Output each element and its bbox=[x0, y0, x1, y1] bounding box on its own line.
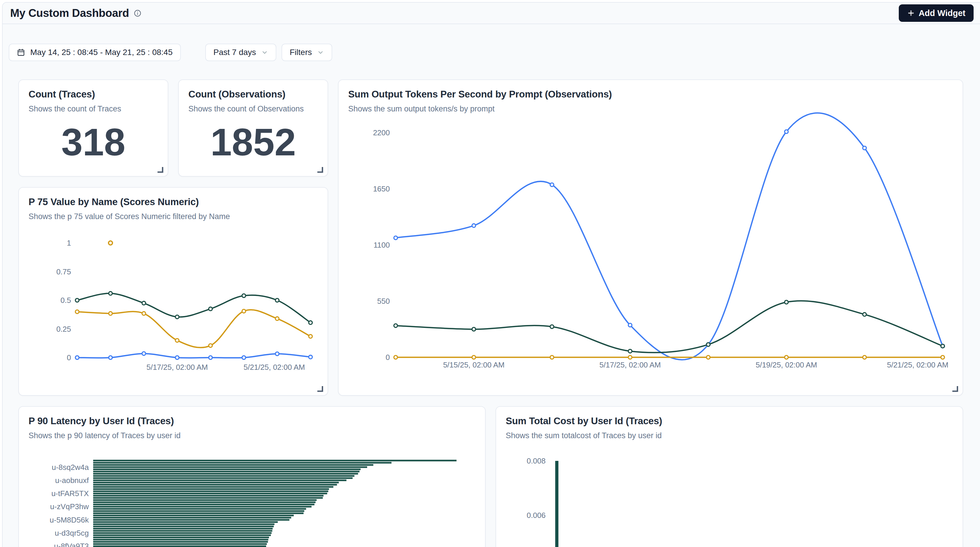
data-point-series-green[interactable] bbox=[175, 315, 179, 319]
data-point-series-blue[interactable] bbox=[863, 146, 866, 149]
data-point-series-amber[interactable] bbox=[75, 310, 79, 313]
bar[interactable] bbox=[93, 545, 266, 547]
bar[interactable] bbox=[93, 526, 274, 528]
bar[interactable] bbox=[93, 468, 361, 470]
bar[interactable] bbox=[93, 508, 306, 510]
data-point-series-blue[interactable] bbox=[275, 352, 279, 355]
time-preset-dropdown[interactable]: Past 7 days bbox=[205, 44, 276, 61]
bar[interactable] bbox=[93, 473, 358, 474]
data-point-series-amber[interactable] bbox=[472, 355, 476, 359]
bar[interactable] bbox=[93, 479, 347, 481]
data-point-series-green[interactable] bbox=[706, 343, 710, 346]
bar[interactable] bbox=[93, 499, 317, 501]
data-point-series-amber[interactable] bbox=[628, 355, 632, 359]
bar[interactable] bbox=[93, 536, 269, 538]
bar[interactable] bbox=[93, 512, 304, 514]
bar[interactable] bbox=[555, 461, 558, 547]
bar[interactable] bbox=[93, 471, 360, 472]
data-point-series-green[interactable] bbox=[394, 324, 398, 327]
data-point-series-amber[interactable] bbox=[209, 344, 212, 347]
bar[interactable] bbox=[93, 482, 339, 484]
bar[interactable] bbox=[93, 515, 294, 517]
bar[interactable] bbox=[93, 543, 267, 545]
bar[interactable] bbox=[93, 530, 272, 532]
bar[interactable] bbox=[93, 484, 337, 485]
data-point-series-green[interactable] bbox=[628, 349, 632, 353]
data-point-series-green[interactable] bbox=[941, 344, 945, 348]
widget-count-observations: Count (Observations) Shows the count of … bbox=[178, 79, 328, 177]
data-point-series-blue[interactable] bbox=[628, 323, 632, 327]
bar[interactable] bbox=[93, 477, 353, 479]
data-point-series-green[interactable] bbox=[275, 298, 279, 302]
data-point-singleton-amber[interactable] bbox=[108, 241, 113, 245]
data-point-series-green[interactable] bbox=[472, 327, 476, 331]
data-point-series-green[interactable] bbox=[75, 298, 79, 302]
data-point-series-blue[interactable] bbox=[242, 356, 245, 359]
data-point-series-amber[interactable] bbox=[175, 339, 179, 342]
data-point-series-amber[interactable] bbox=[941, 355, 945, 359]
bar[interactable] bbox=[93, 511, 304, 512]
data-point-series-blue[interactable] bbox=[784, 130, 788, 133]
filters-dropdown[interactable]: Filters bbox=[282, 44, 332, 61]
bar[interactable] bbox=[93, 488, 329, 490]
data-point-series-green[interactable] bbox=[142, 301, 146, 305]
data-point-series-blue[interactable] bbox=[108, 356, 112, 359]
bar[interactable] bbox=[93, 541, 268, 543]
data-point-series-blue[interactable] bbox=[175, 356, 179, 359]
bar[interactable] bbox=[93, 491, 328, 492]
data-point-series-amber[interactable] bbox=[394, 355, 398, 359]
bar[interactable] bbox=[93, 501, 316, 503]
data-point-series-green[interactable] bbox=[550, 325, 554, 328]
data-point-series-green[interactable] bbox=[863, 312, 866, 316]
bar[interactable] bbox=[93, 462, 391, 464]
data-point-series-green[interactable] bbox=[242, 294, 245, 297]
resize-handle-icon[interactable] bbox=[951, 385, 958, 392]
bar[interactable] bbox=[93, 466, 367, 468]
date-range-picker[interactable]: May 14, 25 : 08:45 - May 21, 25 : 08:45 bbox=[9, 44, 181, 61]
data-point-series-amber[interactable] bbox=[142, 312, 146, 315]
bar[interactable] bbox=[93, 521, 278, 523]
resize-handle-icon[interactable] bbox=[317, 166, 323, 173]
data-point-series-blue[interactable] bbox=[75, 356, 79, 359]
data-point-series-amber[interactable] bbox=[784, 355, 788, 359]
data-point-series-blue[interactable] bbox=[394, 236, 398, 239]
bar[interactable] bbox=[93, 532, 272, 534]
data-point-series-green[interactable] bbox=[209, 307, 212, 311]
resize-handle-icon[interactable] bbox=[157, 166, 164, 173]
bar[interactable] bbox=[93, 475, 354, 477]
bar[interactable] bbox=[93, 460, 457, 461]
filters-label: Filters bbox=[290, 48, 312, 57]
bar[interactable] bbox=[93, 528, 273, 530]
data-point-series-green[interactable] bbox=[309, 321, 312, 324]
data-point-series-blue[interactable] bbox=[550, 183, 554, 187]
info-icon[interactable] bbox=[134, 9, 142, 17]
data-point-series-green[interactable] bbox=[784, 300, 788, 304]
bar[interactable] bbox=[93, 493, 327, 494]
bar-chart-total-cost: 0.0080.006 bbox=[496, 407, 963, 547]
bar[interactable] bbox=[93, 506, 312, 508]
data-point-series-blue[interactable] bbox=[472, 224, 476, 227]
bar[interactable] bbox=[93, 504, 315, 506]
data-point-series-blue[interactable] bbox=[142, 352, 146, 355]
bar[interactable] bbox=[93, 495, 323, 497]
resize-handle-icon[interactable] bbox=[317, 385, 323, 392]
bar[interactable] bbox=[93, 519, 290, 521]
bar[interactable] bbox=[93, 517, 291, 518]
bar[interactable] bbox=[93, 497, 323, 499]
bar[interactable] bbox=[93, 486, 333, 488]
data-point-series-amber[interactable] bbox=[706, 355, 710, 359]
data-point-series-green[interactable] bbox=[108, 292, 112, 295]
data-point-series-amber[interactable] bbox=[242, 309, 245, 313]
data-point-series-blue[interactable] bbox=[209, 356, 212, 359]
bar[interactable] bbox=[93, 534, 271, 536]
bar[interactable] bbox=[93, 523, 275, 525]
data-point-series-amber[interactable] bbox=[309, 335, 312, 338]
data-point-series-amber[interactable] bbox=[863, 355, 866, 359]
data-point-series-amber[interactable] bbox=[275, 317, 279, 320]
bar[interactable] bbox=[93, 539, 269, 541]
bar[interactable] bbox=[93, 464, 373, 466]
data-point-series-amber[interactable] bbox=[550, 355, 554, 359]
data-point-series-blue[interactable] bbox=[309, 355, 312, 359]
add-widget-button[interactable]: Add Widget bbox=[899, 4, 974, 22]
data-point-series-amber[interactable] bbox=[108, 312, 112, 315]
